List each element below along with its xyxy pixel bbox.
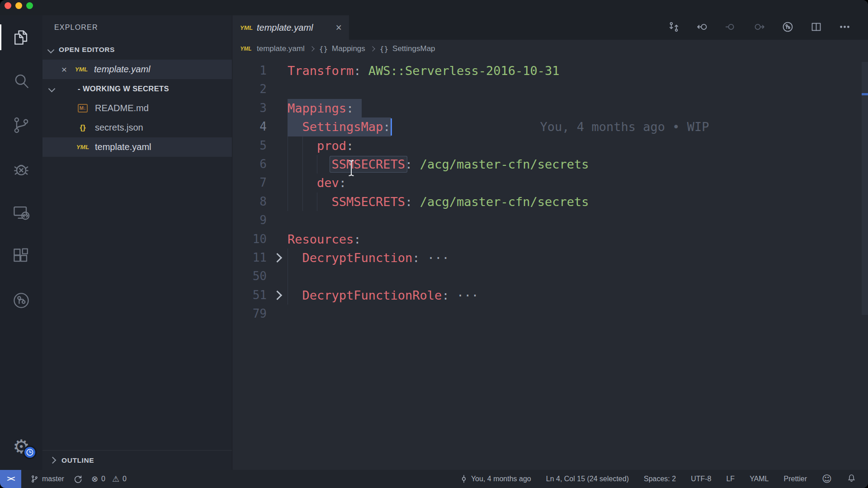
code-line-9[interactable]: 9	[232, 211, 868, 230]
token-key: DecryptFunctionRole	[302, 288, 442, 302]
code-line-79[interactable]: 79	[232, 305, 868, 323]
explorer-sidebar: EXPLORER OPEN EDITORS × YML template.yam…	[42, 15, 232, 470]
fold-gutter[interactable]	[267, 136, 288, 155]
split-editor-button[interactable]	[810, 21, 822, 35]
code-line-11[interactable]: 11 DecryptFunction: ···	[232, 249, 868, 267]
fold-gutter[interactable]	[267, 249, 288, 267]
activity-remote-explorer[interactable]	[0, 191, 42, 235]
fold-chevron-icon[interactable]	[272, 253, 282, 263]
open-editors-header[interactable]: OPEN EDITORS	[42, 40, 232, 60]
breadcrumb-segment-settingsmap[interactable]: SettingsMap	[392, 44, 435, 53]
code-line-8[interactable]: 8 SSMSECRETS: /acg/master-cfn/secrets	[232, 192, 868, 211]
token-fold: ···	[420, 251, 449, 265]
branch-name: master	[42, 475, 64, 483]
change-circle-icon	[725, 21, 737, 33]
scrollbar-thumb[interactable]	[862, 62, 868, 315]
token-p: :	[354, 64, 368, 78]
json-file-icon: {}	[75, 123, 90, 132]
fold-gutter[interactable]	[267, 286, 288, 305]
language-mode-status[interactable]: YAML	[750, 475, 769, 483]
line-number: 4	[232, 117, 267, 136]
notifications-bell-button[interactable]	[847, 474, 856, 485]
activity-explorer[interactable]	[0, 15, 42, 59]
line-number: 2	[232, 80, 267, 99]
activity-gitlens[interactable]	[0, 278, 42, 322]
remote-indicator-button[interactable]: ><	[0, 470, 21, 488]
fold-gutter[interactable]	[267, 230, 288, 249]
more-actions-button[interactable]	[839, 21, 851, 35]
file-item-secrets-json[interactable]: {} secrets.json	[42, 118, 232, 137]
fold-gutter[interactable]	[267, 61, 288, 80]
gitlens-blame-status[interactable]: You, 4 months ago	[460, 474, 531, 483]
compare-changes-icon	[668, 21, 680, 33]
feedback-smiley-icon[interactable]: ☺	[822, 474, 832, 484]
fold-gutter[interactable]	[267, 192, 288, 211]
cursor-position-status[interactable]: Ln 4, Col 15 (24 selected)	[546, 475, 629, 483]
fold-gutter[interactable]	[267, 174, 288, 192]
next-change-button[interactable]	[753, 21, 765, 35]
encoding-status[interactable]: UTF-8	[691, 475, 711, 483]
gitlens-circle-icon	[782, 21, 794, 33]
maximize-window-button[interactable]	[26, 2, 33, 9]
minimize-window-button[interactable]	[15, 2, 22, 9]
line-number: 10	[232, 230, 267, 249]
file-item-readme-md[interactable]: M↓ README.md	[42, 99, 232, 118]
indentation-status[interactable]: Spaces: 2	[644, 475, 676, 483]
open-editor-item-template-yaml[interactable]: × YML template.yaml	[42, 60, 232, 79]
code-line-4[interactable]: 4 SettingsMap:You, 4 months ago • WIP	[232, 117, 868, 136]
error-count: 0	[101, 475, 105, 483]
status-right: You, 4 months ago Ln 4, Col 15 (24 selec…	[460, 474, 868, 485]
close-editor-icon[interactable]: ×	[60, 65, 69, 74]
activity-search[interactable]	[0, 59, 42, 103]
symbol-object-icon: {}	[319, 45, 328, 53]
close-window-button[interactable]	[5, 2, 11, 9]
line-number: 3	[232, 99, 267, 117]
code-area[interactable]: 1Transform: AWS::Serverless-2016-10-3123…	[232, 58, 868, 323]
file-item-template-yaml[interactable]: YML template.yaml	[42, 137, 232, 157]
tab-close-icon[interactable]: ×	[336, 23, 342, 33]
code-line-6[interactable]: 6 SSMSECRETS: /acg/master-cfn/secrets	[232, 155, 868, 174]
git-branch-status[interactable]: master	[30, 474, 64, 483]
activity-debug[interactable]	[0, 147, 42, 191]
fold-gutter[interactable]	[267, 80, 288, 99]
activity-extensions[interactable]	[0, 235, 42, 278]
fold-gutter[interactable]	[267, 155, 288, 174]
line-number: 7	[232, 174, 267, 192]
eol-status[interactable]: LF	[726, 475, 735, 483]
token-fold: ···	[449, 288, 479, 302]
code-line-10[interactable]: 10Resources:	[232, 230, 868, 249]
code-line-7[interactable]: 7 dev:	[232, 174, 868, 192]
fold-chevron-icon[interactable]	[272, 291, 282, 300]
tab-title: template.yaml	[257, 23, 313, 33]
code-line-51[interactable]: 51 DecryptFunctionRole: ···	[232, 286, 868, 305]
code-line-1[interactable]: 1Transform: AWS::Serverless-2016-10-31	[232, 61, 868, 80]
workspace-folder-header[interactable]: - WORKING W SECRETS	[42, 79, 232, 99]
code-line-3[interactable]: 3Mappings:	[232, 99, 868, 117]
compare-changes-button[interactable]	[668, 21, 680, 35]
code-line-2[interactable]: 2	[232, 80, 868, 99]
code-line-5[interactable]: 5 prod:	[232, 136, 868, 155]
change-indicator-button[interactable]	[725, 21, 737, 35]
editor-group: YML template.yaml ×	[232, 15, 868, 470]
code-text: SSMSECRETS: /acg/master-cfn/secrets	[288, 192, 589, 211]
tab-template-yaml[interactable]: YML template.yaml ×	[232, 15, 349, 40]
fold-gutter[interactable]	[267, 267, 288, 286]
formatter-status[interactable]: Prettier	[784, 475, 807, 483]
breadcrumb-segment-mappings[interactable]: Mappings	[332, 44, 365, 53]
breadcrumb-file[interactable]: template.yaml	[257, 44, 305, 53]
fold-gutter[interactable]	[267, 211, 288, 230]
outline-section-header[interactable]: OUTLINE	[42, 450, 232, 470]
fold-gutter[interactable]	[267, 99, 288, 117]
code-line-50[interactable]: 50	[232, 267, 868, 286]
previous-change-button[interactable]	[696, 21, 708, 35]
inline-blame-annotation: You, 4 months ago • WIP	[540, 120, 709, 134]
fold-gutter[interactable]	[267, 117, 288, 136]
sync-changes-button[interactable]	[73, 474, 82, 483]
yaml-file-icon: YML	[239, 46, 253, 52]
gitlens-file-history-button[interactable]	[782, 21, 794, 35]
problems-status[interactable]: ⊗ 0 ⚠ 0	[91, 475, 127, 483]
activity-source-control[interactable]	[0, 103, 42, 147]
split-editor-icon	[810, 21, 822, 33]
workspace-folder-label: - WORKING W SECRETS	[78, 84, 169, 93]
fold-gutter[interactable]	[267, 305, 288, 323]
